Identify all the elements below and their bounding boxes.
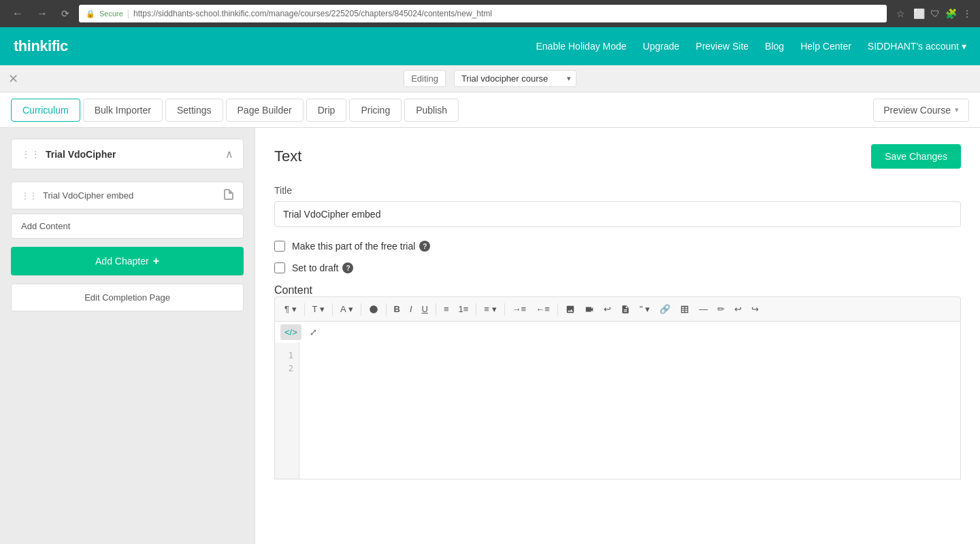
- enable-holiday-mode-link[interactable]: Enable Holiday Mode: [536, 41, 627, 52]
- sep6: [476, 303, 476, 316]
- content-item[interactable]: ⋮⋮ Trial VdoCipher embed: [11, 182, 244, 209]
- chapter-drag-handle: ⋮⋮: [21, 149, 40, 160]
- bold-btn[interactable]: B: [390, 301, 404, 317]
- image-btn[interactable]: [561, 302, 579, 317]
- menu-icon: ⋮: [962, 8, 972, 19]
- url-text: https://siddhants-school.thinkific.com/m…: [133, 9, 492, 18]
- italic-btn[interactable]: I: [406, 301, 416, 317]
- chapter-collapse-icon[interactable]: ∧: [225, 148, 233, 160]
- code-editor[interactable]: [299, 343, 960, 479]
- tab-curriculum[interactable]: Curriculum: [11, 99, 80, 122]
- set-draft-help-icon[interactable]: ?: [342, 262, 353, 273]
- sep2: [332, 303, 333, 316]
- line-numbers: 1 2: [275, 343, 299, 479]
- text-format-btn[interactable]: T ▾: [308, 301, 329, 317]
- help-center-link[interactable]: Help Center: [800, 41, 851, 52]
- quote-btn[interactable]: " ▾: [636, 301, 654, 317]
- sidebar: ⋮⋮ Trial VdoCipher ∧ ⋮⋮ Trial VdoCipher …: [0, 128, 255, 544]
- preview-site-link[interactable]: Preview Site: [696, 41, 749, 52]
- bookmark-icon[interactable]: ☆: [896, 8, 905, 19]
- content-area: Text Save Changes Title Make this part o…: [255, 128, 980, 544]
- divider-btn[interactable]: —: [695, 301, 712, 317]
- tab-settings[interactable]: Settings: [165, 99, 223, 122]
- course-select-wrapper: Trial vdocipher course: [454, 70, 576, 87]
- set-draft-checkbox-group: Set to draft ?: [274, 262, 961, 273]
- undo-btn[interactable]: ↩: [730, 301, 746, 317]
- cast-icon: ⬜: [913, 8, 925, 19]
- chapter-contents: ⋮⋮ Trial VdoCipher embed Add Content: [11, 177, 244, 239]
- font-btn[interactable]: A ▾: [336, 301, 357, 317]
- tab-publish[interactable]: Publish: [404, 99, 459, 122]
- color-btn[interactable]: [365, 302, 382, 317]
- browser-chrome: ← → ⟳ 🔒 Secure | https://siddhants-schoo…: [0, 0, 980, 27]
- file-btn[interactable]: [617, 302, 634, 317]
- embed-btn[interactable]: ↩: [600, 301, 615, 317]
- content-header: Text Save Changes: [274, 144, 961, 169]
- highlight-btn[interactable]: ✏: [713, 301, 729, 317]
- underline-btn[interactable]: U: [418, 301, 432, 317]
- outdent-btn[interactable]: ←≡: [532, 301, 554, 317]
- reload-button[interactable]: ⟳: [57, 7, 74, 20]
- tab-bulk-importer[interactable]: Bulk Importer: [83, 99, 163, 122]
- forward-button[interactable]: →: [33, 6, 52, 21]
- nav-links: Enable Holiday Mode Upgrade Preview Site…: [536, 41, 967, 52]
- sub-bar: ✕ Editing Trial vdocipher course: [0, 65, 980, 92]
- sep1: [304, 303, 305, 316]
- align-btn[interactable]: ≡ ▾: [480, 301, 500, 317]
- sep8: [557, 303, 558, 316]
- link-btn[interactable]: 🔗: [655, 301, 674, 317]
- ol-btn[interactable]: 1≡: [455, 301, 473, 317]
- address-bar[interactable]: 🔒 Secure | https://siddhants-school.thin…: [79, 5, 887, 22]
- redo-btn[interactable]: ↪: [747, 301, 763, 317]
- table-btn[interactable]: [676, 302, 693, 317]
- code-view-btn[interactable]: </>: [280, 324, 301, 340]
- edit-completion-button[interactable]: Edit Completion Page: [11, 284, 244, 311]
- secure-label: Secure: [99, 10, 123, 18]
- upgrade-link[interactable]: Upgrade: [643, 41, 680, 52]
- blog-link[interactable]: Blog: [765, 41, 784, 52]
- extension-icon: 🧩: [945, 8, 957, 19]
- browser-icons: ⬜ 🛡 🧩 ⋮: [913, 8, 972, 19]
- fullscreen-btn[interactable]: ⤢: [306, 324, 321, 340]
- tab-bar: Curriculum Bulk Importer Settings Page B…: [0, 92, 980, 128]
- title-form-group: Title: [274, 185, 961, 227]
- set-draft-checkbox[interactable]: [274, 262, 285, 273]
- sep7: [504, 303, 505, 316]
- editor-body: 1 2: [274, 343, 961, 479]
- shield-icon: 🛡: [930, 8, 940, 19]
- free-trial-checkbox[interactable]: [274, 241, 285, 252]
- logo: thinkific: [14, 37, 68, 55]
- back-button[interactable]: ←: [8, 6, 27, 21]
- ul-btn[interactable]: ≡: [440, 301, 453, 317]
- code-view-bar: </> ⤢: [274, 322, 961, 343]
- preview-course-button[interactable]: Preview Course: [873, 99, 969, 122]
- chapter-header[interactable]: ⋮⋮ Trial VdoCipher ∧: [11, 139, 244, 169]
- paragraph-btn[interactable]: ¶ ▾: [280, 301, 301, 317]
- free-trial-checkbox-group: Make this part of the free trial ?: [274, 241, 961, 252]
- add-chapter-button[interactable]: Add Chapter +: [11, 247, 244, 275]
- account-menu[interactable]: SIDDHANT's account ▾: [868, 41, 966, 52]
- tab-pricing[interactable]: Pricing: [349, 99, 402, 122]
- sep3: [361, 303, 361, 316]
- sep4: [386, 303, 387, 316]
- chapter-title: Trial VdoCipher: [46, 149, 116, 160]
- close-button[interactable]: ✕: [8, 73, 18, 85]
- content-drag-handle: ⋮⋮: [21, 191, 37, 201]
- indent-btn[interactable]: →≡: [508, 301, 531, 317]
- line-2: 2: [280, 362, 293, 375]
- content-item-label: Trial VdoCipher embed: [43, 190, 133, 201]
- lock-icon: 🔒: [86, 10, 95, 18]
- content-label: Content: [274, 284, 312, 296]
- free-trial-help-icon[interactable]: ?: [419, 241, 430, 252]
- tab-page-builder[interactable]: Page Builder: [226, 99, 304, 122]
- video-btn[interactable]: [581, 302, 598, 317]
- editor-toolbar: ¶ ▾ T ▾ A ▾ B I U: [274, 296, 961, 322]
- course-select[interactable]: Trial vdocipher course: [454, 70, 576, 87]
- top-nav: thinkific Enable Holiday Mode Upgrade Pr…: [0, 27, 980, 65]
- add-content-button[interactable]: Add Content: [11, 214, 244, 239]
- title-label: Title: [274, 185, 961, 196]
- account-dropdown-icon: ▾: [962, 41, 966, 52]
- title-input[interactable]: [274, 201, 961, 227]
- tab-drip[interactable]: Drip: [306, 99, 347, 122]
- save-changes-button[interactable]: Save Changes: [871, 144, 961, 169]
